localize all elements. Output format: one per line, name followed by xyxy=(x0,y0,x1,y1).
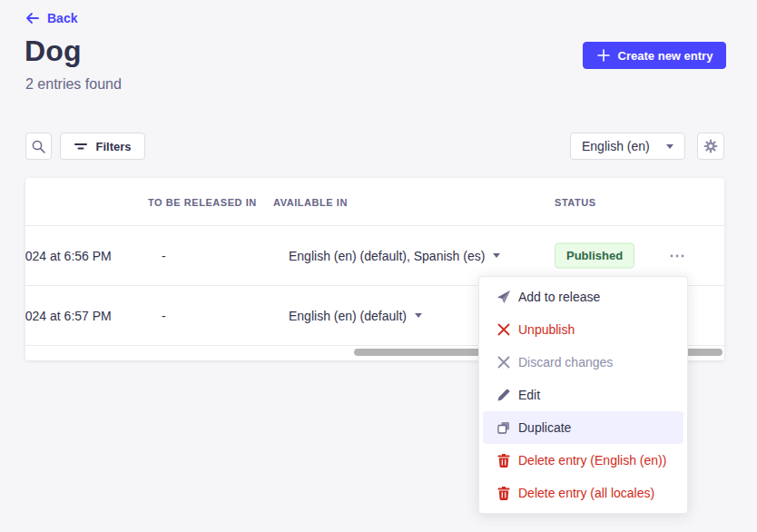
cross-icon xyxy=(496,355,511,369)
create-button-label: Create new entry xyxy=(618,49,713,63)
back-link[interactable]: Back xyxy=(25,11,77,25)
entries-count: 2 entries found xyxy=(25,76,122,93)
menu-item-unpublish[interactable]: Unpublish xyxy=(479,313,687,346)
filter-icon xyxy=(74,139,88,153)
locale-select[interactable]: English (en) xyxy=(570,133,685,160)
status-badge: Published xyxy=(555,242,634,269)
page-title: Dog xyxy=(25,34,82,68)
send-icon xyxy=(496,290,511,304)
cell-to-be-released-in: - xyxy=(162,309,166,323)
menu-item-label: Discard changes xyxy=(518,355,613,369)
column-header-available-in: AVAILABLE IN xyxy=(273,197,348,208)
column-header-status: STATUS xyxy=(555,197,596,208)
cell-available-in: English (en) (default), Spanish (es) xyxy=(289,249,485,263)
menu-item-label: Add to release xyxy=(518,290,600,304)
cross-icon xyxy=(496,322,511,337)
menu-item-add-to-release[interactable]: Add to release xyxy=(479,281,687,313)
search-button[interactable] xyxy=(25,133,52,160)
plus-icon xyxy=(596,48,611,63)
locale-selected-value: English (en) xyxy=(582,139,650,153)
menu-item-delete-entry-locale[interactable]: Delete entry (English (en)) xyxy=(479,444,687,477)
trash-icon xyxy=(496,486,511,500)
gear-icon xyxy=(703,139,718,153)
search-icon xyxy=(31,139,46,154)
menu-item-label: Unpublish xyxy=(518,322,575,337)
menu-item-label: Duplicate xyxy=(518,420,571,435)
menu-item-delete-entry-all-locales[interactable]: Delete entry (all locales) xyxy=(479,477,687,509)
create-new-entry-button[interactable]: Create new entry xyxy=(583,42,726,69)
pencil-icon xyxy=(496,388,511,402)
duplicate-icon xyxy=(496,420,511,435)
cell-updated-at: 2024 at 6:57 PM xyxy=(25,309,112,323)
more-options-icon xyxy=(669,253,685,259)
chevron-down-icon[interactable] xyxy=(493,253,500,258)
chevron-down-icon xyxy=(666,144,673,149)
row-context-menu: Add to release Unpublish Discard changes… xyxy=(478,276,688,514)
settings-button[interactable] xyxy=(697,133,724,160)
menu-item-label: Delete entry (all locales) xyxy=(518,486,654,500)
row-more-options-button[interactable] xyxy=(663,245,692,267)
cell-to-be-released-in: - xyxy=(162,249,166,263)
menu-item-duplicate[interactable]: Duplicate xyxy=(483,411,683,444)
arrow-left-icon xyxy=(25,11,40,25)
filters-label: Filters xyxy=(95,140,131,153)
trash-icon xyxy=(496,453,511,468)
menu-item-label: Delete entry (English (en)) xyxy=(518,453,666,468)
column-header-to-be-released-in: TO BE RELEASED IN xyxy=(148,197,257,208)
back-label: Back xyxy=(47,11,77,25)
menu-item-discard-changes[interactable]: Discard changes xyxy=(479,346,687,379)
chevron-down-icon[interactable] xyxy=(415,313,422,318)
cell-available-in: English (en) (default) xyxy=(289,309,407,323)
menu-item-label: Edit xyxy=(518,388,540,402)
cell-updated-at: 2024 at 6:56 PM xyxy=(25,249,112,263)
filters-button[interactable]: Filters xyxy=(60,133,145,160)
menu-item-edit[interactable]: Edit xyxy=(479,379,687,411)
table-header-row: TO BE RELEASED IN AVAILABLE IN STATUS xyxy=(25,178,724,226)
